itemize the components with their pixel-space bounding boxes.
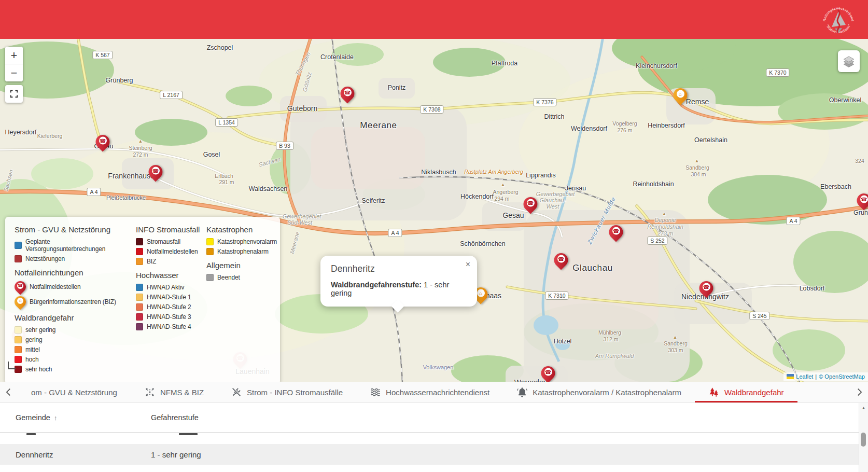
- legend-item: Allgemein: [206, 261, 271, 270]
- legend-label: HWNAD-Stufe 4: [147, 323, 191, 330]
- map-marker-pin[interactable]: ☎: [609, 225, 623, 239]
- map-marker-pin[interactable]: ⌂: [674, 88, 688, 102]
- legend-label: Stromausfall: [147, 238, 180, 245]
- legend-label: HWNAD-Stufe 1: [147, 294, 191, 301]
- tab-label: Waldbrandgefahr: [724, 388, 784, 397]
- legend-label: Geplante Versorgungsunterbrechungen: [25, 238, 131, 253]
- road-shield: L 1354: [215, 118, 238, 127]
- map-marker-pin[interactable]: ☎: [96, 135, 110, 149]
- zoom-in-button[interactable]: +: [5, 47, 23, 64]
- popup-close-icon[interactable]: ×: [466, 260, 470, 269]
- pin-glyph-icon: ☎: [99, 137, 107, 145]
- sort-ascending-icon: ↑: [54, 414, 58, 422]
- legend-item: Katastrophen: [206, 225, 271, 234]
- pin-glyph-icon: ⌂: [677, 90, 684, 98]
- org-logo[interactable]: Rettungszweckverband "Südwestsachsen": [821, 4, 856, 38]
- legend-swatch: [15, 242, 22, 249]
- tab-strom-info-stromausfaelle[interactable]: Strom - INFO Stromausfälle: [217, 382, 356, 402]
- column-header-gefahrenstufe[interactable]: Gefahrenstufe: [151, 413, 199, 422]
- pin-glyph-icon: ☎: [860, 196, 868, 203]
- legend-swatch: [136, 303, 143, 311]
- tab-katastrophenvoralarm-katastrophenalarm[interactable]: Katastrophenvoralarm / Katastrophenalarm: [503, 382, 695, 402]
- table-scrollbar[interactable]: ▲: [859, 403, 868, 472]
- road-shield: K 7370: [766, 68, 789, 77]
- legend-item: Hochwasser: [136, 271, 201, 280]
- legend-item: Notfalleinrichtungen: [15, 268, 131, 277]
- tab-label: om - GVU & Netzstörung: [31, 388, 117, 397]
- legend-label: hoch: [25, 356, 38, 363]
- table-row[interactable]: Dennheritz 1 - sehr gering: [0, 444, 859, 465]
- map-attribution: Leaflet | © OpenStreetMap: [783, 372, 868, 381]
- tab-waldbrandgefahr[interactable]: Waldbrandgefahr: [695, 382, 797, 402]
- header-bar: Rettungszweckverband "Südwestsachsen": [0, 0, 868, 39]
- table-header-row: Gemeinde ↑ Gefahrenstufe: [0, 403, 868, 432]
- cell-gefahrenstufe: 1 - sehr gering: [151, 450, 201, 459]
- waves-icon: [370, 386, 381, 398]
- legend-label: Netzstörungen: [25, 255, 65, 262]
- column-label: Gemeinde: [16, 413, 50, 422]
- legend-item: mittel: [15, 346, 131, 353]
- map-marker-pin[interactable]: ☎: [341, 87, 355, 101]
- map-marker-pin[interactable]: ☎: [857, 193, 868, 207]
- map-canvas[interactable]: ZschopelCrotenlaidePfaffrodaKleinchursdo…: [0, 39, 868, 382]
- fullscreen-icon: [9, 89, 19, 99]
- map-marker-pin[interactable]: ☎: [149, 165, 163, 179]
- legend-label: Katastrophenalarm: [217, 248, 269, 255]
- road-shield: B 93: [276, 142, 293, 150]
- fullscreen-button[interactable]: [5, 85, 23, 103]
- legend-label: Notfallmeldestellen: [30, 283, 81, 290]
- column-header-gemeinde[interactable]: Gemeinde ↑: [0, 413, 151, 422]
- road-shield: L 2167: [160, 91, 183, 99]
- map-marker-pin[interactable]: ☎: [541, 366, 555, 380]
- tab-label: Hochwassernachrichtendienst: [386, 388, 489, 397]
- legend-item: Katastrophenalarm: [206, 248, 271, 255]
- legend-swatch: [15, 346, 22, 353]
- legend-swatch: [206, 238, 214, 245]
- pin-glyph-icon: ☎: [612, 227, 620, 235]
- map-marker-pin[interactable]: ☎: [524, 197, 538, 211]
- legend-item: Katastrophenvoralarm: [206, 238, 271, 245]
- tabs-scroll-right-button[interactable]: [850, 382, 868, 402]
- pin-glyph-icon: ☎: [703, 283, 710, 291]
- legend-item: Waldbrandgefahr: [15, 313, 131, 322]
- legend-swatch: [15, 356, 22, 363]
- legend-label: INFO Stromausfall: [136, 225, 200, 234]
- tabs-scroll-left-button[interactable]: [0, 382, 18, 402]
- zoom-out-button[interactable]: −: [5, 64, 23, 81]
- scroll-up-arrow[interactable]: ▲: [859, 403, 868, 412]
- legend-item: BIZ: [136, 258, 201, 265]
- legend-swatch: [136, 313, 143, 321]
- legend-item: Netzstörungen: [15, 255, 131, 262]
- legend-panel: Strom - GVU & Netzstörung Geplante Verso…: [5, 217, 280, 382]
- legend-item: Strom - GVU & Netzstörung: [15, 225, 131, 234]
- tab-hochwassernachrichtendienst[interactable]: Hochwassernachrichtendienst: [356, 382, 503, 402]
- popup-body: Waldbrandgefahrenstufe: 1 - sehr gering: [331, 281, 467, 297]
- legend-label: sehr gering: [25, 326, 55, 334]
- legend-item: Notfallmeldestellen: [136, 248, 201, 255]
- pin-glyph-icon: ⌂: [477, 289, 485, 297]
- legend-item: gering: [15, 336, 131, 343]
- tab-strom-gvu-netzstoerung[interactable]: om - GVU & Netzstörung: [18, 382, 131, 402]
- layers-button[interactable]: [838, 50, 860, 72]
- openstreetmap-link[interactable]: © OpenStreetMap: [819, 373, 865, 380]
- road-shield: S 252: [647, 237, 667, 245]
- forest-fire-icon: [708, 386, 720, 398]
- legend-item: Beendet: [206, 274, 271, 281]
- ukraine-flag-icon: [787, 374, 794, 379]
- legend-column-3: Katastrophen Katastrophenvoralarm Katast…: [206, 225, 271, 376]
- layers-icon: [842, 54, 856, 68]
- legend-label: Katastrophen: [206, 225, 253, 234]
- map-marker-pin[interactable]: ☎: [699, 281, 713, 295]
- scrollbar-thumb[interactable]: [861, 433, 866, 447]
- leaflet-link[interactable]: Leaflet: [796, 373, 813, 380]
- legend-pin-icon: ☎: [15, 281, 26, 293]
- legend-label: Katastrophenvoralarm: [217, 238, 277, 245]
- tab-nfms-biz[interactable]: NFMS & BIZ: [131, 382, 217, 402]
- bell-icon: [516, 386, 528, 398]
- legend-swatch: [136, 284, 143, 291]
- popup-title: Dennheritz: [331, 263, 467, 274]
- map-marker-pin[interactable]: ☎: [554, 253, 568, 267]
- road-shield: K 7310: [545, 291, 568, 300]
- legend-swatch: [136, 248, 143, 255]
- legend-item: HWNAD-Stufe 3: [136, 313, 201, 321]
